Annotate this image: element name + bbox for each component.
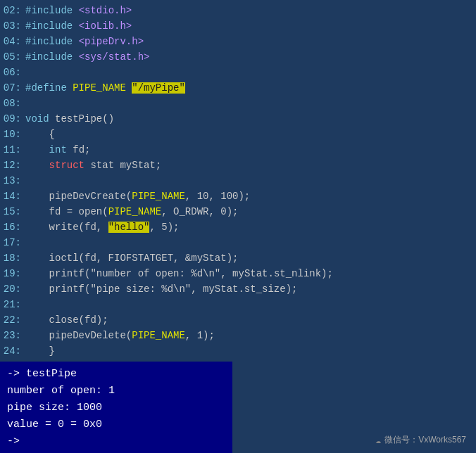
line-number: 15:: [0, 204, 25, 219]
code-line-15: 15: fd = open(PIPE_NAME, O_RDWR, 0);: [0, 204, 476, 219]
code-line-21: 21:: [0, 297, 476, 312]
line-content: ioctl(fd, FIOFSTATGET, &myStat);: [25, 250, 476, 266]
weixin-label: 微信号：VxWorks567: [384, 434, 466, 446]
code-line-06: 06:: [0, 65, 476, 80]
line-number: 14:: [0, 189, 25, 204]
code-line-10: 10: {: [0, 127, 476, 142]
line-content: }: [25, 343, 476, 359]
code-line-23: 23: pipeDevDelete(PIPE_NAME, 1);: [0, 328, 476, 343]
line-number: 08:: [0, 96, 25, 111]
code-line-14: 14: pipeDevCreate(PIPE_NAME, 10, 100);: [0, 189, 476, 204]
line-number: 16:: [0, 219, 25, 235]
line-number: 24:: [0, 343, 25, 359]
code-line-09: 09: void testPipe(): [0, 111, 476, 127]
line-content: fd = open(PIPE_NAME, O_RDWR, 0);: [25, 204, 476, 219]
code-line-07: 07: #define PIPE_NAME "/myPipe": [0, 80, 476, 96]
line-number: 13:: [0, 173, 25, 189]
terminal-line-3: pipe size: 1000: [7, 400, 225, 416]
line-content: int fd;: [25, 142, 476, 158]
line-content: #include <pipeDrv.h>: [25, 34, 476, 49]
line-number: 21:: [0, 297, 25, 312]
line-content: printf("pipe size: %d\n", myStat.st_size…: [25, 281, 476, 297]
footer-watermark: ☁ 微信号：VxWorks567: [375, 434, 466, 446]
weixin-icon: ☁: [375, 435, 381, 446]
code-line-04: 04: #include <pipeDrv.h>: [0, 34, 476, 49]
terminal-line-4: value = 0 = 0x0: [7, 416, 225, 433]
line-content: write(fd, "hello", 5);: [25, 219, 476, 235]
line-content: struct stat myStat;: [25, 158, 476, 173]
line-content: pipeDevCreate(PIPE_NAME, 10, 100);: [25, 189, 476, 204]
line-number: 23:: [0, 328, 25, 343]
line-number: 19:: [0, 266, 25, 281]
line-content: printf("number of open: %d\n", myStat.st…: [25, 266, 476, 281]
line-content: #define PIPE_NAME "/myPipe": [25, 80, 476, 96]
code-line-16: 16: write(fd, "hello", 5);: [0, 219, 476, 235]
code-line-24: 24: }: [0, 343, 476, 359]
code-line-18: 18: ioctl(fd, FIOFSTATGET, &myStat);: [0, 250, 476, 266]
code-line-08: 08:: [0, 96, 476, 111]
line-content: #include <stdio.h>: [25, 3, 476, 18]
code-line-13: 13:: [0, 173, 476, 189]
line-number: 03:: [0, 18, 25, 34]
terminal-panel: -> testPipe number of open: 1 pipe size:…: [0, 362, 232, 453]
line-number: 04:: [0, 34, 25, 49]
line-content: #include <ioLib.h>: [25, 18, 476, 34]
line-content: #include <sys/stat.h>: [25, 49, 476, 65]
line-number: 07:: [0, 80, 25, 96]
code-line-12: 12: struct stat myStat;: [0, 158, 476, 173]
line-number: 10:: [0, 127, 25, 142]
code-line-22: 22: close(fd);: [0, 312, 476, 328]
code-line-02: 02: #include <stdio.h>: [0, 3, 476, 18]
line-number: 17:: [0, 235, 25, 250]
line-number: 09:: [0, 111, 25, 127]
code-line-19: 19: printf("number of open: %d\n", mySta…: [0, 266, 476, 281]
line-content: void testPipe(): [25, 111, 476, 127]
line-number: 12:: [0, 158, 25, 173]
code-editor: 02: #include <stdio.h> 03: #include <ioL…: [0, 0, 476, 362]
code-line-17: 17:: [0, 235, 476, 250]
line-content: {: [25, 127, 476, 142]
line-content: pipeDevDelete(PIPE_NAME, 1);: [25, 328, 476, 343]
line-number: 06:: [0, 65, 25, 80]
code-line-05: 05: #include <sys/stat.h>: [0, 49, 476, 65]
line-number: 05:: [0, 49, 25, 65]
line-number: 11:: [0, 142, 25, 158]
terminal-line-1: -> testPipe: [7, 366, 225, 383]
line-number: 22:: [0, 312, 25, 328]
line-number: 02:: [0, 3, 25, 18]
code-line-03: 03: #include <ioLib.h>: [0, 18, 476, 34]
line-content: close(fd);: [25, 312, 476, 328]
terminal-line-2: number of open: 1: [7, 383, 225, 400]
line-number: 18:: [0, 250, 25, 266]
code-line-11: 11: int fd;: [0, 142, 476, 158]
line-number: 20:: [0, 281, 25, 297]
code-line-20: 20: printf("pipe size: %d\n", myStat.st_…: [0, 281, 476, 297]
terminal-line-5: ->: [7, 433, 225, 450]
